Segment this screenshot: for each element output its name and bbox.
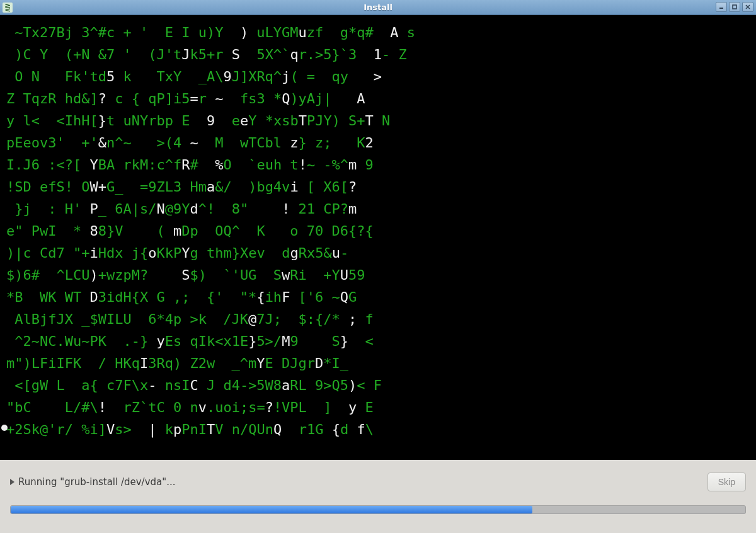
progress-fill [11,506,532,513]
terminal-row: O N Fk'td5 k TxY _A\9J]XRq^j( = qy > [6,66,750,88]
terminal-row: )|c Cd7 "+iHdx j{oKkPYg thm}Xev dgRx5&u- [6,242,750,264]
status-line[interactable]: Running "grub-install /dev/vda"... [10,476,175,488]
install-footer: Running "grub-install /dev/vda"... Skip [0,460,756,533]
terminal-row: !SD efS! OW+G_ =9ZL3 Hma&/ )bg4vi [ X6[? [6,176,750,198]
terminal-row: "bC L/#\! rZ`tC 0 nv.uoi;s=?!VPL ] y E [6,396,750,418]
minimize-button[interactable] [716,2,727,12]
terminal-row: ~Tx27Bj 3^#c + ' E I u)Y ) uLYGMuzf g*q#… [6,21,750,43]
disclosure-icon [10,479,14,485]
svg-rect-1 [733,5,736,9]
progress-bar [10,505,746,514]
terminal-row: )C Y (+N &7 ' (J'tJk5+r S 5X^`qr.>5}`3 1… [6,43,750,66]
maximize-icon [732,4,737,9]
terminal-row: y l< <IhH[}t uNYrbp E 9 eeY *xsbTPJY) S+… [6,110,750,132]
terminal-row: ^2~NC.Wu~PK .-} yEs qIk<x1E}5>/M9 S} < [6,330,750,352]
terminal-row: e" PwI * 88}V ( mDp OQ^ K o 70 D6{?{ [6,220,750,242]
window-controls [716,2,753,12]
terminal-row: $)6# ^LCU)+wzpM? S$) `'UG SwRi +YU59 [6,264,750,286]
terminal-row: I.J6 :<?[ YBA rkM:c^fR# %O `euh t!~ -%^m… [6,154,750,176]
terminal-matrix: ~Tx27Bj 3^#c + ' E I u)Y ) uLYGMuzf g*q#… [0,15,756,460]
status-text: Running "grub-install /dev/vda"... [18,476,175,488]
terminal-row: pEeov3' +'&n^~ >(4 ~ M wTCbl z} z; K2 [6,132,750,154]
titlebar[interactable]: ⋛ Install [0,0,756,15]
terminal-row: Z TqzR hd&]? c { qP]i5=r ~ fs3 *Q)yAj| A [6,88,750,110]
close-button[interactable] [742,2,753,12]
terminal-row: AlBjfJX _$WILU 6*4p >k /JK@7J; $:{/* ; f [6,308,750,330]
terminal-row: +2Sk@'r/ %i]Vs> | kpPnITV n/QUnQ r1G {d … [6,418,750,440]
terminal-row: <[gW L a{ c7F\x- nsIC J d4->5W8aRL 9>Q5)… [6,374,750,396]
terminal-row: m")LFiIFK / HKqI3Rq) Z2w _^mYE DJgrD*I_ [6,352,750,374]
terminal-row: *B WK WT D3idH{X G ,; {' "*{ihF ['6 ~QG [6,286,750,308]
skip-button[interactable]: Skip [707,473,746,491]
svg-rect-0 [719,8,723,9]
install-window: ⋛ Install ~Tx27Bj 3^#c + ' E I u)Y ) uLY… [0,0,756,533]
window-title: Install [364,3,392,12]
maximize-button[interactable] [729,2,740,12]
terminal-row: }j : H' P_ 6A|s/N@9Yd^! 8" ! 21 CP?m [6,198,750,220]
cursor-dot [1,425,8,431]
footer-row: Running "grub-install /dev/vda"... Skip [10,473,746,491]
titlebar-left: ⋛ [0,3,13,13]
close-icon [745,4,750,9]
app-icon: ⋛ [3,3,13,13]
minimize-icon [719,4,724,9]
